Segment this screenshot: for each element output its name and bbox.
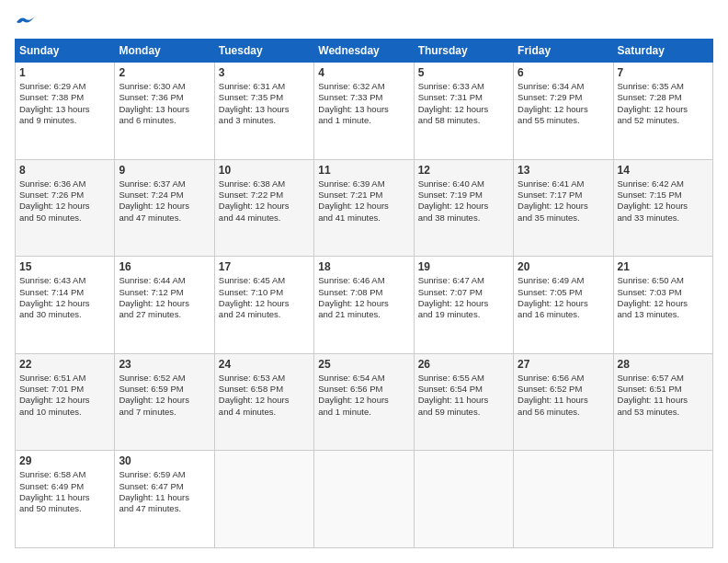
calendar-header-tuesday: Tuesday — [214, 40, 313, 63]
calendar-header-monday: Monday — [115, 40, 214, 63]
cell-line: Sunrise: 6:54 AM — [318, 373, 409, 384]
cell-line: Sunrise: 6:29 AM — [19, 81, 110, 92]
cell-line: Sunset: 7:36 PM — [119, 92, 210, 103]
cell-line: Sunset: 6:59 PM — [119, 384, 210, 395]
calendar-week-3: 15Sunrise: 6:43 AMSunset: 7:14 PMDayligh… — [16, 257, 713, 354]
calendar-cell: 28Sunrise: 6:57 AMSunset: 6:51 PMDayligh… — [613, 353, 712, 451]
day-number: 13 — [518, 164, 609, 177]
calendar-table: SundayMondayTuesdayWednesdayThursdayFrid… — [15, 39, 713, 548]
cell-line: Sunset: 7:29 PM — [518, 92, 609, 103]
logo-text — [15, 15, 35, 29]
cell-line: Sunset: 6:51 PM — [618, 384, 709, 395]
calendar-week-2: 8Sunrise: 6:36 AMSunset: 7:26 PMDaylight… — [16, 159, 713, 257]
day-number: 26 — [418, 358, 509, 371]
cell-line: Sunset: 7:15 PM — [618, 190, 709, 201]
day-number: 24 — [219, 358, 310, 371]
cell-line: Sunset: 7:31 PM — [418, 92, 509, 103]
cell-line: and 6 minutes. — [119, 115, 210, 126]
cell-line: Sunset: 7:24 PM — [119, 190, 210, 201]
calendar-cell: 8Sunrise: 6:36 AMSunset: 7:26 PMDaylight… — [16, 159, 115, 257]
page: SundayMondayTuesdayWednesdayThursdayFrid… — [0, 0, 728, 563]
cell-line: Sunset: 7:38 PM — [19, 92, 110, 103]
day-number: 1 — [19, 66, 110, 79]
cell-line: and 52 minutes. — [618, 115, 709, 126]
cell-line: Daylight: 12 hours — [119, 201, 210, 212]
cell-line: Daylight: 12 hours — [318, 395, 409, 406]
cell-line: Daylight: 12 hours — [618, 104, 709, 115]
cell-line: and 27 minutes. — [119, 309, 210, 320]
day-number: 16 — [119, 260, 210, 273]
day-number: 14 — [618, 164, 709, 177]
cell-line: Sunrise: 6:43 AM — [19, 275, 110, 286]
cell-line: Daylight: 11 hours — [119, 492, 210, 503]
calendar-cell — [613, 451, 712, 548]
day-number: 3 — [219, 66, 310, 79]
cell-line: Daylight: 12 hours — [418, 201, 509, 212]
cell-line: and 33 minutes. — [618, 213, 709, 224]
cell-line: Daylight: 12 hours — [219, 298, 310, 309]
cell-line: Sunset: 7:10 PM — [219, 287, 310, 298]
day-number: 20 — [518, 260, 609, 273]
cell-line: Daylight: 13 hours — [19, 104, 110, 115]
cell-line: Daylight: 12 hours — [618, 298, 709, 309]
calendar-cell — [314, 451, 414, 548]
cell-line: Sunrise: 6:38 AM — [219, 178, 310, 190]
calendar-cell: 3Sunrise: 6:31 AMSunset: 7:35 PMDaylight… — [214, 63, 313, 160]
day-number: 8 — [19, 164, 110, 177]
cell-line: and 35 minutes. — [518, 213, 609, 224]
cell-line: Daylight: 12 hours — [418, 298, 509, 309]
cell-line: Sunrise: 6:40 AM — [418, 178, 509, 190]
cell-line: Sunset: 7:28 PM — [618, 92, 709, 103]
calendar-week-1: 1Sunrise: 6:29 AMSunset: 7:38 PMDaylight… — [16, 63, 713, 160]
calendar-cell: 6Sunrise: 6:34 AMSunset: 7:29 PMDaylight… — [514, 63, 613, 160]
header — [15, 15, 713, 29]
cell-line: and 47 minutes. — [119, 213, 210, 224]
day-number: 28 — [618, 358, 709, 371]
calendar-cell: 11Sunrise: 6:39 AMSunset: 7:21 PMDayligh… — [314, 159, 414, 257]
cell-line: and 13 minutes. — [618, 309, 709, 320]
cell-line: and 47 minutes. — [119, 503, 210, 514]
cell-line: and 4 minutes. — [219, 407, 310, 418]
calendar-header-thursday: Thursday — [414, 40, 513, 63]
day-number: 29 — [19, 454, 110, 467]
calendar-week-5: 29Sunrise: 6:58 AMSunset: 6:49 PMDayligh… — [16, 451, 713, 548]
calendar-cell — [414, 451, 513, 548]
day-number: 17 — [219, 260, 310, 273]
cell-line: and 53 minutes. — [618, 407, 709, 418]
cell-line: Sunset: 7:01 PM — [19, 384, 110, 395]
day-number: 19 — [418, 260, 509, 273]
calendar-cell: 7Sunrise: 6:35 AMSunset: 7:28 PMDaylight… — [613, 63, 712, 160]
cell-line: Sunrise: 6:56 AM — [518, 373, 609, 384]
calendar-cell: 10Sunrise: 6:38 AMSunset: 7:22 PMDayligh… — [214, 159, 313, 257]
calendar-cell: 26Sunrise: 6:55 AMSunset: 6:54 PMDayligh… — [414, 353, 513, 451]
cell-line: and 9 minutes. — [19, 115, 110, 126]
cell-line: Sunset: 7:35 PM — [219, 92, 310, 103]
cell-line: Sunset: 6:58 PM — [219, 384, 310, 395]
cell-line: and 50 minutes. — [19, 213, 110, 224]
day-number: 30 — [119, 454, 210, 467]
calendar-cell: 18Sunrise: 6:46 AMSunset: 7:08 PMDayligh… — [314, 257, 414, 354]
calendar-cell: 29Sunrise: 6:58 AMSunset: 6:49 PMDayligh… — [16, 451, 115, 548]
cell-line: Daylight: 13 hours — [219, 104, 310, 115]
day-number: 10 — [219, 164, 310, 177]
logo-bird-icon — [17, 15, 35, 29]
cell-line: and 1 minute. — [318, 407, 409, 418]
calendar-cell: 4Sunrise: 6:32 AMSunset: 7:33 PMDaylight… — [314, 63, 414, 160]
cell-line: Sunset: 7:03 PM — [618, 287, 709, 298]
cell-line: and 58 minutes. — [418, 115, 509, 126]
cell-line: Daylight: 12 hours — [19, 395, 110, 406]
cell-line: Daylight: 12 hours — [219, 395, 310, 406]
calendar-week-4: 22Sunrise: 6:51 AMSunset: 7:01 PMDayligh… — [16, 353, 713, 451]
day-number: 25 — [318, 358, 409, 371]
calendar-header-friday: Friday — [514, 40, 613, 63]
cell-line: Sunrise: 6:32 AM — [318, 81, 409, 92]
cell-line: and 50 minutes. — [19, 503, 110, 514]
cell-line: Sunset: 7:21 PM — [318, 190, 409, 201]
cell-line: Sunrise: 6:49 AM — [518, 275, 609, 286]
cell-line: Daylight: 12 hours — [318, 298, 409, 309]
cell-line: Daylight: 12 hours — [19, 298, 110, 309]
calendar-header-row: SundayMondayTuesdayWednesdayThursdayFrid… — [16, 40, 713, 63]
calendar-header-saturday: Saturday — [613, 40, 712, 63]
cell-line: Sunset: 7:07 PM — [418, 287, 509, 298]
day-number: 21 — [618, 260, 709, 273]
